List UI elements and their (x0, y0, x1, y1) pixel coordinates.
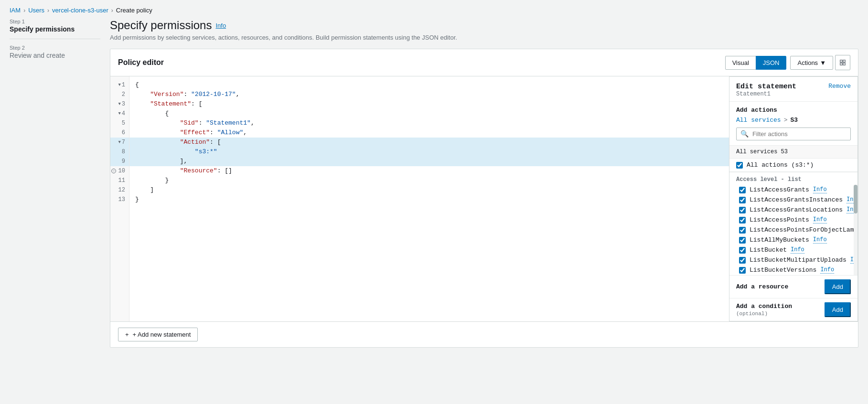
editor-footer: + + Add new statement (110, 321, 858, 347)
code-line-10: "Resource": [] (129, 166, 729, 176)
add-condition-section: Add a condition (optional) Add (729, 298, 857, 321)
all-services-bar: All services 53 (729, 146, 857, 159)
expand-icon (839, 59, 846, 66)
all-actions-checkbox[interactable] (736, 162, 743, 169)
svg-rect-1 (843, 60, 845, 62)
add-condition-label: Add a condition (optional) (736, 303, 825, 317)
action-name-7: ListBucket (750, 246, 787, 254)
svg-rect-0 (840, 60, 842, 62)
action-info-6[interactable]: Info (813, 236, 827, 244)
page-header: Specify permissions Info Add permissions… (110, 19, 858, 41)
action-row-7: ListBucket Info (729, 245, 857, 255)
breadcrumb-sep-1: › (23, 7, 25, 14)
svg-rect-3 (843, 63, 845, 65)
main-content: Specify permissions Info Add permissions… (100, 19, 868, 357)
scrollbar-thumb[interactable] (854, 185, 857, 213)
page-subtitle: Add permissions by selecting services, a… (110, 34, 858, 41)
action-row-3: ListAccessGrantsLocations Info (729, 205, 857, 215)
code-line-6: "Effect": "Allow", (129, 128, 729, 138)
code-line-1: { (129, 80, 729, 90)
page-title: Specify permissions Info (110, 19, 858, 32)
action-checkbox-7[interactable] (739, 247, 746, 254)
code-line-9: ], (129, 157, 729, 166)
info-link[interactable]: Info (215, 22, 226, 29)
action-checkbox-5[interactable] (739, 227, 746, 234)
step1-title: Specify permissions (10, 25, 100, 33)
breadcrumb-sep-3: › (111, 7, 113, 14)
right-panel-header: Edit statement Statement1 Remove (729, 77, 857, 102)
svg-rect-2 (840, 63, 842, 65)
plus-icon: + (125, 331, 129, 338)
add-condition-button[interactable]: Add (825, 302, 851, 317)
add-resource-label: Add a resource (736, 283, 788, 290)
code-content[interactable]: { "Version": "2012-10-17", "Statement": … (129, 76, 729, 321)
action-checkbox-1[interactable] (739, 187, 746, 193)
all-actions-label: All actions (s3:*) (747, 161, 814, 169)
action-row-1: ListAccessGrants Info (729, 185, 857, 195)
action-info-4[interactable]: Info (813, 216, 827, 223)
action-name-6: ListAllMyBuckets (750, 236, 809, 244)
tab-json[interactable]: JSON (756, 56, 787, 70)
add-statement-button[interactable]: + + Add new statement (118, 328, 198, 341)
action-name-3: ListAccessGrantsLocations (750, 206, 843, 213)
add-statement-label: + Add new statement (133, 331, 191, 338)
action-checkbox-3[interactable] (739, 207, 746, 213)
action-name-9: ListBucketVersions (750, 266, 816, 274)
actions-button[interactable]: Actions ▼ (790, 56, 833, 70)
action-row-8: ListBucketMultipartUploads Info (729, 255, 857, 265)
action-row-2: ListAccessGrantsInstances Info (729, 195, 857, 205)
service-breadcrumb: All services > S3 (736, 117, 851, 124)
code-line-4: { (129, 109, 729, 118)
action-name-4: ListAccessPoints (750, 216, 809, 223)
action-name-2: ListAccessGrantsInstances (750, 196, 843, 203)
breadcrumb-user[interactable]: vercel-clone-s3-user (52, 7, 108, 14)
all-actions-checkbox-row: All actions (s3:*) (729, 159, 857, 172)
code-line-8: "s3:*" (129, 147, 729, 157)
action-row-4: ListAccessPoints Info (729, 215, 857, 225)
action-checkbox-6[interactable] (739, 237, 746, 244)
action-name-8: ListBucketMultipartUploads (750, 256, 847, 264)
breadcrumb-users[interactable]: Users (28, 7, 44, 14)
add-actions-section: Add actions All services > S3 🔍 (729, 102, 857, 146)
action-checkbox-2[interactable] (739, 197, 746, 203)
code-editor: ▼1 2 ▼3 ▼4 5 6 ▼7 8 9 ○ 10 11 12 13 (110, 76, 858, 321)
breadcrumb-iam[interactable]: IAM (10, 7, 21, 14)
editor-toolbar: Visual JSON Actions ▼ (725, 55, 850, 70)
action-info-1[interactable]: Info (813, 186, 827, 193)
action-checkbox-9[interactable] (739, 267, 746, 274)
expand-icon-button[interactable] (835, 55, 850, 70)
action-checkbox-4[interactable] (739, 217, 746, 223)
actions-list: ListAccessGrants Info ListAccessGrantsIn… (729, 185, 857, 275)
all-services-link[interactable]: All services (736, 117, 781, 124)
tab-visual[interactable]: Visual (725, 56, 756, 70)
action-row-9: ListBucketVersions Info (729, 265, 857, 275)
code-line-7: "Action": [ (129, 138, 729, 147)
filter-actions-input[interactable] (752, 128, 850, 140)
action-checkbox-8[interactable] (739, 257, 746, 264)
breadcrumb-current: Create policy (116, 7, 152, 14)
access-level-list-title: Access level - list (729, 172, 857, 185)
line-numbers: ▼1 2 ▼3 ▼4 5 6 ▼7 8 9 ○ 10 11 12 13 (110, 76, 129, 321)
breadcrumb-sep-2: › (47, 7, 49, 14)
filter-input-wrap: 🔍 (736, 128, 851, 140)
scrollbar-track[interactable] (854, 185, 857, 275)
policy-editor-header: Policy editor Visual JSON Actions ▼ (110, 49, 858, 76)
code-line-11: } (129, 176, 729, 185)
step2-title: Review and create (10, 52, 100, 59)
edit-statement-title: Edit statement (736, 83, 796, 91)
service-current: S3 (790, 117, 798, 124)
policy-editor-title: Policy editor (118, 58, 164, 67)
action-row-6: ListAllMyBuckets Info (729, 235, 857, 245)
step1-label: Step 1 (10, 19, 100, 24)
add-resource-button[interactable]: Add (825, 279, 851, 294)
remove-link[interactable]: Remove (828, 83, 851, 90)
actions-label: Actions (797, 59, 818, 66)
code-line-12: ] (129, 185, 729, 195)
actions-dropdown-icon: ▼ (820, 59, 826, 66)
search-icon: 🔍 (737, 130, 752, 138)
action-row-5: ListAccessPointsForObjectLambda Info (729, 225, 857, 235)
action-info-9[interactable]: Info (820, 266, 834, 274)
policy-editor-card: Policy editor Visual JSON Actions ▼ (110, 49, 858, 348)
action-name-1: ListAccessGrants (750, 186, 809, 193)
action-info-7[interactable]: Info (791, 246, 804, 254)
